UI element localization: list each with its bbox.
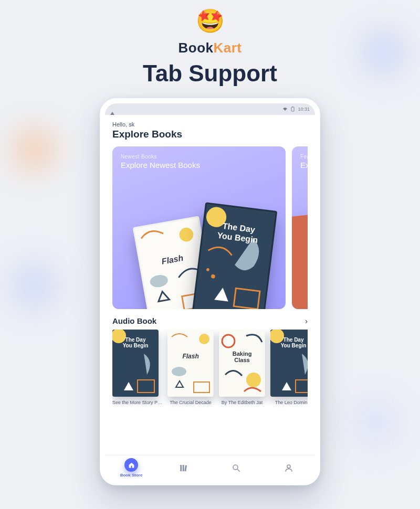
book-caption: See the More Story P… (112, 400, 162, 405)
svg-marker-12 (124, 382, 133, 390)
svg-rect-0 (291, 107, 294, 111)
featured-scroller[interactable]: Newest Books Explore Newest Books Flash (112, 146, 308, 309)
svg-point-5 (149, 273, 169, 288)
featured-card-newest[interactable]: Newest Books Explore Newest Books Flash (112, 146, 286, 309)
svg-marker-3 (157, 291, 170, 302)
svg-point-10 (206, 268, 209, 271)
book-cover: BakingClass (219, 330, 265, 397)
svg-point-15 (172, 367, 186, 376)
featured-title: Explore Newest Books (121, 161, 277, 169)
hero-book-peek (292, 211, 308, 309)
svg-point-14 (199, 334, 209, 344)
svg-marker-16 (176, 381, 183, 387)
book-cover: The DayYou Begin (270, 330, 308, 397)
list-item[interactable]: The DayYou Begin The Leo Domin… (270, 330, 308, 405)
svg-point-19 (246, 373, 261, 387)
svg-point-26 (233, 465, 238, 470)
svg-rect-22 (296, 380, 308, 393)
library-icon (179, 463, 188, 473)
list-item[interactable]: Flash The Crucial Decade (167, 330, 214, 405)
status-time: 10:31 (298, 107, 310, 112)
nav-home-label: Book Store (120, 473, 143, 478)
book-caption: The Leo Domin… (270, 400, 308, 405)
svg-point-18 (222, 335, 235, 347)
svg-marker-21 (282, 382, 291, 390)
hero-book-day: The Day You Begin (192, 202, 278, 309)
page-title: Explore Books (112, 129, 308, 140)
list-item[interactable]: The DayYou Begin See the More Story P… (112, 330, 162, 405)
featured-card-peek[interactable]: Featu Explo (292, 146, 308, 309)
brand-part-b: Kart (213, 40, 242, 56)
bottom-nav: Book Store (105, 455, 315, 480)
brand-part-a: Book (178, 40, 213, 56)
section-title: Audio Book (112, 316, 156, 325)
featured-title: Explo (300, 161, 308, 169)
star-eyes-emoji: 🤩 (0, 9, 420, 33)
svg-marker-7 (214, 287, 230, 302)
book-cover: Flash (167, 330, 214, 397)
book-cover: The DayYou Begin (112, 330, 159, 397)
svg-rect-1 (292, 107, 293, 107)
chevron-right-icon[interactable]: › (305, 317, 308, 325)
home-icon (128, 462, 135, 469)
battery-icon (291, 107, 295, 112)
brand-logo: BookKart (0, 40, 420, 56)
svg-rect-25 (184, 465, 187, 471)
svg-point-9 (211, 274, 216, 279)
svg-rect-23 (180, 465, 182, 471)
svg-rect-8 (234, 288, 260, 309)
page-headline: Tab Support (0, 60, 420, 87)
nav-library[interactable] (158, 455, 210, 480)
featured-subtitle: Featu (300, 154, 308, 160)
greeting-text: Hello, sk (112, 121, 308, 128)
list-item[interactable]: BakingClass By The Editbeth Jat (219, 330, 265, 405)
nav-search[interactable] (210, 455, 262, 480)
nav-profile[interactable] (262, 455, 315, 480)
svg-point-28 (287, 465, 290, 468)
book-caption: By The Editbeth Jat (219, 400, 265, 405)
tablet-frame: 10:31 Hello, sk Explore Books Newest Boo… (100, 98, 320, 485)
search-icon (232, 463, 241, 473)
signal-icon (110, 107, 114, 115)
user-icon (284, 463, 293, 473)
svg-rect-24 (183, 465, 184, 471)
svg-rect-13 (138, 380, 154, 393)
wifi-icon (282, 107, 288, 111)
svg-point-2 (178, 227, 194, 243)
book-caption: The Crucial Decade (167, 400, 214, 405)
featured-subtitle: Newest Books (121, 154, 277, 160)
nav-home[interactable]: Book Store (105, 455, 158, 480)
audio-book-list[interactable]: The DayYou Begin See the More Story P… F… (112, 330, 308, 405)
svg-line-27 (237, 469, 240, 472)
svg-rect-17 (194, 382, 209, 393)
status-bar: 10:31 (105, 103, 315, 115)
